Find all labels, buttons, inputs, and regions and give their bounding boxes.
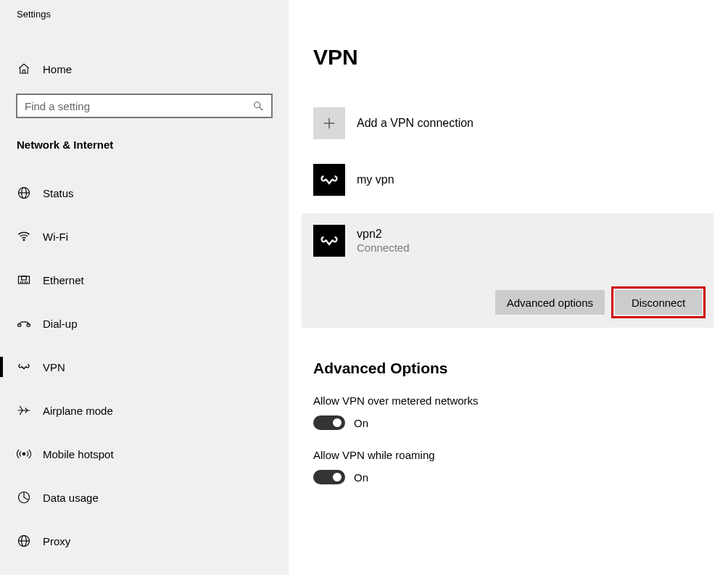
plus-icon (313, 107, 345, 139)
add-vpn-button[interactable]: Add a VPN connection (313, 100, 728, 146)
home-button[interactable]: Home (0, 54, 289, 83)
vpn-connection-status: Connected (357, 241, 410, 254)
svg-line-1 (260, 107, 262, 110)
vpn-connection-icon (313, 225, 345, 257)
sidebar-item-datausage[interactable]: Data usage (0, 476, 289, 519)
svg-point-5 (23, 239, 25, 241)
nav-items: Status Wi-Fi (0, 165, 289, 563)
svg-point-0 (255, 102, 260, 108)
add-vpn-label: Add a VPN connection (357, 117, 473, 130)
advanced-options-section: Advanced Options Allow VPN over metered … (313, 360, 728, 484)
search-wrap (16, 94, 273, 118)
vpn-connection-name: vpn2 (357, 228, 410, 241)
sidebar-item-label: Wi-Fi (43, 231, 68, 243)
section-header: Network & Internet (0, 118, 289, 165)
search-icon (252, 100, 264, 112)
sidebar-item-hotspot[interactable]: Mobile hotspot (0, 432, 289, 476)
datausage-icon (17, 490, 31, 505)
svg-rect-12 (18, 324, 21, 326)
hotspot-icon (17, 447, 31, 461)
svg-rect-13 (27, 324, 30, 326)
sidebar-item-status[interactable]: Status (0, 171, 289, 215)
vpn-icon (17, 360, 31, 374)
sidebar-item-label: Data usage (43, 492, 99, 504)
option-label: Allow VPN while roaming (313, 449, 728, 461)
option-metered: Allow VPN over metered networks On (313, 394, 728, 430)
svg-rect-7 (22, 276, 27, 280)
sidebar-item-label: Dial-up (43, 318, 78, 330)
globe-icon (17, 186, 31, 200)
sidebar-item-vpn[interactable]: VPN (0, 345, 289, 389)
toggle-metered[interactable] (313, 415, 345, 430)
sidebar: Settings Home Network & Internet (0, 0, 289, 575)
advanced-options-title: Advanced Options (313, 360, 728, 377)
wifi-icon (17, 229, 31, 244)
vpn-connection-item[interactable]: my vpn (313, 157, 728, 203)
toggle-state: On (354, 417, 368, 429)
toggle-state: On (354, 471, 368, 484)
svg-point-14 (22, 452, 25, 455)
sidebar-item-airplane[interactable]: Airplane mode (0, 389, 289, 432)
sidebar-item-dialup[interactable]: Dial-up (0, 302, 289, 345)
page-title: VPN (313, 45, 728, 70)
vpn-connection-name: my vpn (357, 173, 394, 186)
sidebar-item-wifi[interactable]: Wi-Fi (0, 215, 289, 258)
option-roaming: Allow VPN while roaming On (313, 449, 728, 484)
sidebar-item-label: Mobile hotspot (43, 448, 114, 460)
sidebar-item-label: Ethernet (43, 274, 84, 286)
search-box[interactable] (16, 94, 273, 118)
sidebar-item-ethernet[interactable]: Ethernet (0, 258, 289, 302)
search-input[interactable] (25, 100, 252, 112)
airplane-icon (17, 403, 31, 418)
dialup-icon (17, 316, 31, 331)
sidebar-item-label: VPN (43, 361, 65, 373)
window-title: Settings (0, 0, 289, 20)
main-panel: VPN Add a VPN connection my vpn (289, 0, 728, 575)
vpn-list: Add a VPN connection my vpn vpn2 Connect (313, 100, 728, 328)
home-label: Home (43, 63, 72, 75)
toggle-roaming[interactable] (313, 470, 345, 484)
disconnect-button[interactable]: Disconnect (615, 290, 702, 315)
option-label: Allow VPN over metered networks (313, 394, 728, 407)
home-icon (17, 62, 31, 75)
vpn-connection-icon (313, 164, 345, 196)
sidebar-item-label: Status (43, 187, 74, 199)
proxy-icon (17, 534, 31, 548)
sidebar-item-proxy[interactable]: Proxy (0, 519, 289, 563)
advanced-options-button[interactable]: Advanced options (495, 290, 605, 315)
sidebar-item-label: Proxy (43, 535, 70, 547)
vpn-connection-item-selected[interactable]: vpn2 Connected Advanced options Disconne… (302, 213, 713, 328)
sidebar-item-label: Airplane mode (43, 405, 113, 417)
ethernet-icon (17, 273, 31, 287)
